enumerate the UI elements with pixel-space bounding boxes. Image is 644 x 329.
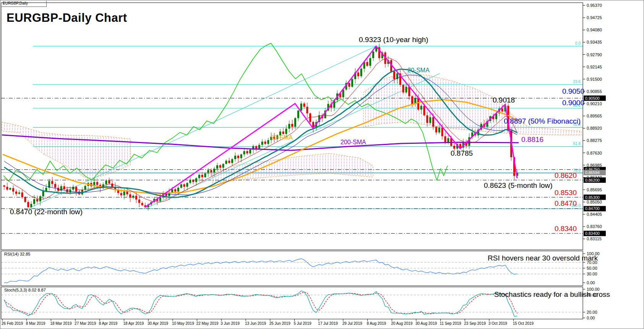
key-level-annotation: 0.8620 (555, 172, 577, 179)
candle-bullish (447, 138, 449, 142)
key-level-annotation: 0.9000 (562, 99, 584, 107)
date-tick-label: 15 Oct 2019 (513, 321, 534, 326)
fib-percent-label: 23.6 (573, 80, 581, 84)
axis-tick-label: 0.85695 (587, 187, 602, 192)
key-level-annotation: 0.9050 (562, 88, 584, 95)
swing-price-annotation: 0.8785 (451, 150, 473, 157)
chart-plot-area[interactable]: 0.953700.947250.940800.934350.927900.921… (0, 0, 644, 329)
price-badge-label: 0.90500 (585, 96, 600, 101)
stoch-signal-line (4, 292, 517, 315)
swing-price-annotation: 0.9018 (493, 96, 515, 104)
candle-bearish (348, 83, 350, 87)
candle-bullish (171, 189, 173, 192)
candle-bearish (501, 109, 503, 111)
axis-tick-label: 0.94080 (587, 28, 602, 32)
date-axis[interactable]: 26 Feb 20198 Mar 201918 Mar 201927 Mar 2… (2, 319, 534, 326)
stochastic-indicator-label: Stoch(5,3,3) 8.02 8.87 (4, 288, 46, 293)
date-tick-label: 30 Aug 2019 (415, 321, 437, 326)
candle-bearish (402, 85, 404, 93)
date-tick-label: 22 May 2019 (196, 321, 219, 326)
candle-bearish (27, 202, 29, 207)
stoch-axis-label: 0.00 (587, 316, 595, 320)
candle-bearish (453, 146, 455, 148)
date-tick-label: 8 Aug 2019 (367, 321, 386, 326)
candle-bearish (12, 188, 14, 192)
candle-bearish (357, 72, 359, 76)
fib-percent-label: 61.8 (573, 142, 581, 146)
candle-bearish (111, 184, 113, 187)
date-tick-label: 29 Jul 2019 (342, 321, 362, 326)
candle-bullish (42, 191, 44, 196)
key-level-annotation: 0.8897 (50% Fibonacci) (504, 117, 581, 125)
candle-bearish (126, 192, 128, 194)
swing-price-annotation: 0.8623 (5-month low) (484, 182, 553, 189)
candle-bearish (228, 161, 230, 163)
price-badge-label: 0.83400 (585, 231, 600, 236)
axis-tick-label: 0.86985 (587, 163, 602, 168)
axis-tick-label: 0.84405 (587, 212, 602, 217)
candle-bullish (9, 188, 11, 190)
candle-bearish (432, 117, 434, 127)
candle-bullish (39, 196, 41, 201)
candle-bearish (15, 192, 17, 194)
rsi-axis-label: 50.00 (587, 266, 597, 270)
candle-bearish (237, 156, 239, 158)
candle-bearish (174, 189, 176, 192)
price-axis[interactable]: 0.953700.947250.940800.934350.927900.921… (571, 3, 606, 320)
key-level-annotation: 0.8470 (555, 200, 577, 207)
candle-bullish (249, 150, 251, 153)
candle-bullish (198, 175, 200, 178)
candle-bullish (189, 180, 191, 183)
candle-bearish (75, 187, 77, 191)
candle-bearish (426, 115, 428, 123)
axis-tick-label: 0.90210 (587, 101, 602, 106)
date-tick-label: 27 Mar 2019 (75, 321, 96, 326)
candle-bearish (24, 197, 26, 202)
axis-tick-label: 0.94725 (587, 15, 602, 20)
candle-bearish (309, 113, 311, 122)
candle-bullish (225, 161, 227, 164)
candle-bullish (360, 68, 362, 76)
axis-tick-label: 0.88920 (587, 126, 602, 130)
date-tick-label: 23 Sep 2019 (464, 321, 486, 326)
key-level-annotation: 0.8816 (521, 136, 543, 143)
candle-bullish (258, 145, 260, 149)
date-tick-label: 11 Sep 2019 (440, 321, 461, 326)
candle-bullish (195, 178, 197, 182)
rsi-axis-label: 30.00 (587, 272, 597, 276)
rsi-panel[interactable] (1, 259, 583, 283)
candle-bullish (105, 181, 107, 184)
axis-tick-label: 0.89565 (587, 114, 602, 118)
candle-bullish (84, 186, 86, 190)
candle-bearish (21, 192, 23, 197)
price-badge-label: 0.86594 (585, 170, 600, 175)
candle-bearish (264, 142, 266, 144)
price-badge-label: 0.86200 (585, 178, 600, 182)
date-tick-label: 13 Jun 2019 (245, 321, 266, 326)
axis-tick-label: 0.92145 (587, 65, 602, 69)
date-tick-label: 20 Aug 2019 (391, 321, 413, 326)
candle-bearish (411, 96, 413, 104)
candle-bearish (303, 104, 305, 107)
candle-bearish (3, 186, 5, 187)
date-tick-label: 17 Jul 2019 (318, 321, 338, 326)
sma-name-label: 200-SMA (341, 139, 366, 146)
ichimoku-cloud (2, 122, 130, 179)
trading-chart-window[interactable]: 0.953700.947250.940800.934350.927900.921… (0, 0, 644, 329)
date-tick-label: 26 Feb 2019 (2, 321, 23, 326)
candle-bullish (294, 118, 296, 127)
axis-tick-label: 0.93435 (587, 40, 602, 44)
candle-bullish (429, 117, 431, 123)
candle-bearish (417, 98, 419, 110)
date-tick-label: 3 Oct 2019 (488, 321, 507, 326)
candle-bullish (231, 159, 233, 163)
candle-bullish (297, 111, 299, 118)
candle-bullish (438, 128, 440, 132)
candle-bullish (177, 188, 179, 192)
swing-price-annotation: 0.9323 (10-year high) (359, 36, 428, 44)
candle-bullish (222, 164, 224, 168)
candle-bearish (255, 146, 257, 148)
candle-bullish (186, 183, 188, 187)
key-level-annotation: 0.8340 (555, 225, 577, 233)
date-tick-label: 18 Mar 2019 (50, 321, 72, 326)
